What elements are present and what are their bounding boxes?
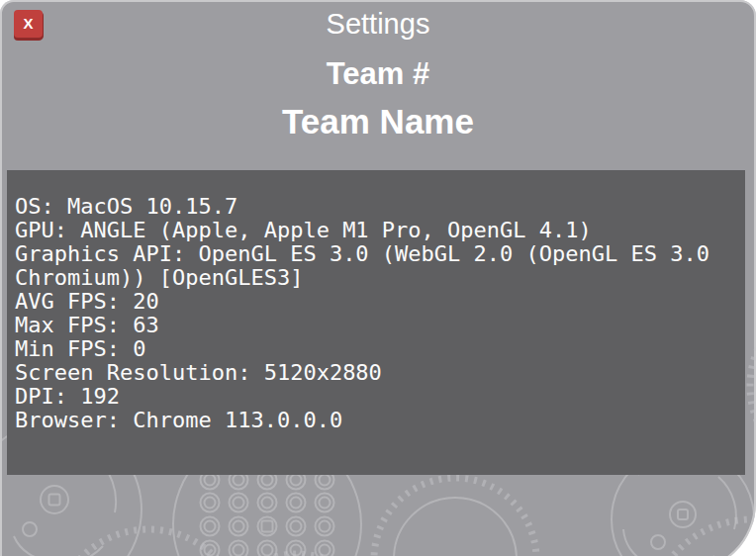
settings-title: Settings	[0, 8, 756, 41]
plate-holes	[201, 471, 334, 556]
info-line: Graphics API: OpenGL ES 3.0 (WebGL 2.0 (…	[15, 242, 727, 290]
info-line: Screen Resolution: 5120x2880	[15, 361, 727, 385]
info-line: DPI: 192	[15, 385, 727, 409]
team-number-label: Team #	[0, 56, 756, 92]
info-line: Min FPS: 0	[15, 337, 727, 361]
info-line: Browser: Chrome 113.0.0.0	[15, 409, 727, 432]
info-line: GPU: ANGLE (Apple, Apple M1 Pro, OpenGL …	[15, 219, 727, 242]
system-info-panel: OS: MacOS 10.15.7GPU: ANGLE (Apple, Appl…	[7, 170, 745, 475]
info-line: OS: MacOS 10.15.7	[15, 195, 727, 219]
info-line: Max FPS: 63	[15, 314, 727, 337]
settings-modal: X Settings Team # Team Name OS: MacOS 10…	[0, 0, 756, 556]
team-name-label: Team Name	[0, 102, 756, 141]
info-line: AVG FPS: 20	[15, 290, 727, 314]
